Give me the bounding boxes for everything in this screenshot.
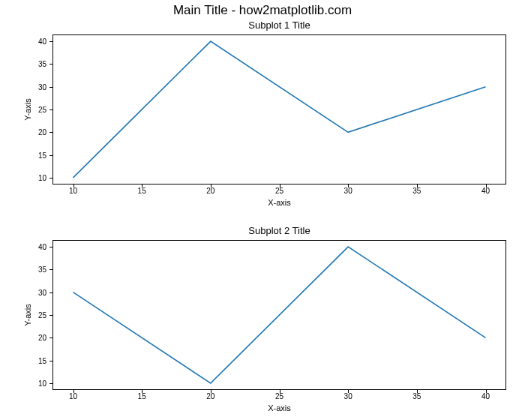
ytick-label: 20: [38, 128, 46, 136]
ytick-mark: [50, 292, 52, 293]
subplot-1-ylabel: Y-axis: [23, 98, 32, 121]
ytick-label: 30: [38, 288, 46, 296]
ytick-label: 10: [38, 173, 46, 182]
ytick-label: 15: [38, 356, 46, 364]
ytick-mark: [50, 41, 52, 42]
ytick-label: 40: [38, 38, 46, 46]
ytick-mark: [50, 110, 52, 110]
xtick-label: 35: [412, 392, 421, 400]
xtick-label: 10: [69, 392, 77, 400]
ytick-mark: [50, 315, 52, 316]
ytick-label: 25: [38, 311, 46, 320]
xtick-label: 40: [482, 187, 490, 195]
ytick-mark: [50, 338, 52, 338]
ytick-label: 30: [38, 82, 46, 91]
xtick-label: 10: [69, 187, 77, 195]
subplot-2-xlabel: X-axis: [52, 404, 506, 412]
ytick-mark: [50, 361, 52, 362]
xtick-label: 25: [275, 392, 284, 400]
ytick-mark: [50, 269, 52, 270]
ytick-mark: [50, 155, 52, 156]
ytick-mark: [50, 178, 52, 178]
xtick-label: 15: [138, 392, 146, 400]
subplot-1-title: Subplot 1 Title: [52, 20, 506, 31]
xtick-label: 35: [412, 187, 421, 195]
subplot-2-line: [52, 240, 506, 390]
ytick-label: 15: [38, 151, 46, 159]
figure: Main Title - how2matplotlib.com Subplot …: [0, 0, 525, 420]
xtick-label: 40: [482, 392, 490, 400]
ytick-label: 20: [38, 334, 46, 342]
main-title: Main Title - how2matplotlib.com: [0, 3, 525, 18]
ytick-mark: [50, 247, 52, 248]
ytick-label: 35: [38, 266, 46, 274]
ytick-mark: [50, 64, 52, 64]
subplot-1-line: [52, 34, 506, 184]
subplot-2-ylabel: Y-axis: [23, 304, 32, 326]
xtick-label: 20: [206, 392, 214, 400]
ytick-mark: [50, 132, 52, 133]
ytick-label: 10: [38, 379, 46, 387]
xtick-label: 20: [206, 187, 214, 195]
ytick-mark: [50, 383, 52, 384]
xtick-label: 30: [344, 392, 352, 400]
xtick-label: 25: [275, 187, 284, 195]
xtick-label: 15: [138, 187, 146, 195]
xtick-label: 30: [344, 187, 352, 195]
ytick-label: 35: [38, 60, 46, 68]
ytick-label: 40: [38, 243, 46, 251]
ytick-mark: [50, 87, 52, 88]
subplot-1-xlabel: X-axis: [52, 198, 506, 207]
ytick-label: 25: [38, 106, 46, 114]
subplot-2-title: Subplot 2 Title: [52, 225, 506, 236]
subplot-1: Subplot 1 Title X-axis Y-axis 1015202530…: [52, 34, 506, 184]
subplot-2: Subplot 2 Title X-axis Y-axis 1015202530…: [52, 240, 506, 390]
